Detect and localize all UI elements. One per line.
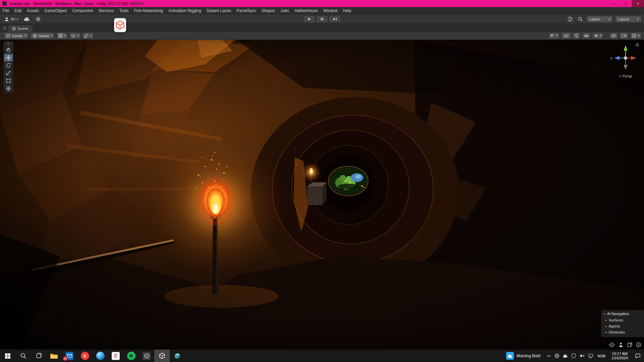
ainav-row-agents[interactable]: ▸ Agents <box>601 323 644 329</box>
menu-assets[interactable]: Assets <box>24 7 42 14</box>
scale-tool-button[interactable] <box>4 69 13 77</box>
transform-tool-button[interactable] <box>4 85 13 92</box>
hidden-icons-button[interactable] <box>544 355 553 357</box>
window-titlebar[interactable]: chased-urp - NewWorld - Windows, Mac, Li… <box>0 0 644 7</box>
scene-camera-settings[interactable] <box>620 33 628 39</box>
scene-audio-toggle[interactable] <box>582 33 590 39</box>
unity-app-icon <box>2 1 7 6</box>
onedrive-tray[interactable] <box>561 354 570 358</box>
scene-visibility-toggle[interactable] <box>609 33 618 39</box>
menu-animation-rigging[interactable]: Animation Rigging <box>166 7 204 14</box>
navmesh-agent-icon[interactable] <box>619 342 623 348</box>
grid-snapping-dropdown[interactable]: ▾ <box>69 33 80 39</box>
navmesh-obstacle-icon[interactable] <box>627 342 632 348</box>
menu-fish-networking[interactable]: Fish-Networking <box>131 7 166 14</box>
ainav-row-obstacles[interactable]: ▸ Obstacles <box>601 329 644 335</box>
ai-navigation-toolbar <box>609 342 641 348</box>
pane-menu-icon[interactable] <box>3 26 7 30</box>
action-center-button[interactable] <box>631 350 644 362</box>
unity-editor-taskbar-button[interactable] <box>154 350 170 362</box>
system-tray <box>544 353 595 358</box>
draw-mode-dropdown[interactable]: ▾ <box>548 33 559 39</box>
menu-distant-lands[interactable]: Distant Lands <box>204 7 234 14</box>
minimize-button[interactable]: ─ <box>608 0 620 7</box>
menu-parrelsync[interactable]: ParrelSync <box>234 7 259 14</box>
toggle-2d-button[interactable]: 2D <box>561 33 571 39</box>
menu-help[interactable]: Help <box>340 7 354 14</box>
camera-icon <box>622 34 627 38</box>
ethernet-tray[interactable] <box>586 354 595 358</box>
pause-button[interactable] <box>316 15 328 23</box>
menu-jobs[interactable]: Jobs <box>278 7 291 14</box>
network-globe-tray[interactable] <box>553 353 561 358</box>
menu-aetherhouse[interactable]: AetherHouse <box>292 7 321 14</box>
zotero-icon: Z <box>112 352 120 360</box>
rect-tool-button[interactable] <box>4 77 13 84</box>
scene-viewport[interactable]: ≡ <box>0 40 644 350</box>
zotero-button[interactable]: Z <box>108 350 123 362</box>
move-tool-button[interactable] <box>4 54 13 61</box>
overlay-grip[interactable]: ≡ <box>7 42 9 46</box>
menu-services[interactable]: Services <box>96 7 116 14</box>
menu-window[interactable]: Window <box>321 7 340 14</box>
rotate-tool-button[interactable] <box>4 62 13 69</box>
search-button[interactable] <box>576 15 584 23</box>
taskbar-search-button[interactable] <box>15 350 31 362</box>
layers-label: Layers <box>589 17 600 21</box>
tool-handle-rotation-dropdown[interactable]: Global ▾ <box>31 33 55 39</box>
history-icon <box>567 16 573 22</box>
layout-dropdown[interactable]: Layout ▾ <box>615 16 641 22</box>
pause-icon <box>320 17 324 21</box>
task-view-button[interactable] <box>31 350 46 362</box>
ainav-grip[interactable]: ≡ <box>603 312 605 316</box>
menu-tools[interactable]: Tools <box>116 7 131 14</box>
scene-orientation-gizmo[interactable]: z < Persp <box>609 41 642 78</box>
layers-dropdown[interactable]: Layers ▾ <box>587 16 613 22</box>
play-button[interactable] <box>303 15 315 23</box>
news-widget-button[interactable]: Morning Brief <box>502 350 544 362</box>
ainav-row-surfaces[interactable]: ▸ Surfaces <box>601 317 644 323</box>
web-browser-button[interactable] <box>93 350 108 362</box>
gizmo-z-label[interactable]: z <box>610 56 612 60</box>
cube-app-button[interactable] <box>170 350 185 362</box>
projection-toggle[interactable]: < Persp <box>609 74 642 78</box>
menu-component[interactable]: Component <box>69 7 96 14</box>
settings-button[interactable] <box>34 15 42 23</box>
navmesh-surface-icon[interactable] <box>609 342 615 348</box>
unity-hub-button[interactable] <box>139 350 154 362</box>
status-check-icon[interactable] <box>636 342 641 348</box>
menu-gameobject[interactable]: GameObject <box>42 7 69 14</box>
menu-shapes[interactable]: Shapes <box>259 7 278 14</box>
chevron-down-icon: ▾ <box>637 18 639 21</box>
security-tray[interactable] <box>570 353 578 358</box>
keyboard-language-indicator[interactable]: NOB <box>597 354 605 358</box>
cloud-services-button[interactable] <box>23 15 31 23</box>
vivaldi-browser-button[interactable]: V <box>77 350 93 362</box>
volume-tray[interactable] <box>578 354 586 358</box>
mail-app-button[interactable]: 27 <box>62 350 77 362</box>
menu-edit[interactable]: Edit <box>12 7 24 14</box>
lock-icon[interactable] <box>635 43 639 47</box>
unity-editor-icon <box>159 353 165 359</box>
mode-2d-label: 2D <box>564 34 569 38</box>
tab-scene[interactable]: Scene <box>8 25 33 32</box>
step-button[interactable] <box>329 15 341 23</box>
account-dropdown[interactable]: AV ▾ <box>3 16 19 22</box>
gizmos-dropdown[interactable]: ▾ <box>630 33 641 39</box>
view-hand-tool-button[interactable] <box>4 46 13 54</box>
close-button[interactable]: × <box>632 0 644 7</box>
undo-history-button[interactable] <box>566 15 574 23</box>
spotify-button[interactable] <box>123 350 139 362</box>
taskbar-clock[interactable]: 10:17 AM 1/15/2024 <box>611 352 628 360</box>
scene-effects-dropdown[interactable]: ▾ <box>592 33 603 39</box>
start-button[interactable] <box>0 350 15 362</box>
expander-icon: ▸ <box>605 318 607 322</box>
menu-file[interactable]: File <box>0 7 12 14</box>
file-explorer-button[interactable] <box>46 350 62 362</box>
effects-star-icon <box>594 34 598 38</box>
snap-increment-dropdown[interactable]: ▾ <box>83 33 94 39</box>
scene-lighting-toggle[interactable] <box>573 33 580 39</box>
grid-visibility-dropdown[interactable]: ▾ <box>57 33 68 39</box>
tool-handle-position-dropdown[interactable]: Center ▾ <box>4 33 29 39</box>
maximize-button[interactable]: □ <box>620 0 632 7</box>
